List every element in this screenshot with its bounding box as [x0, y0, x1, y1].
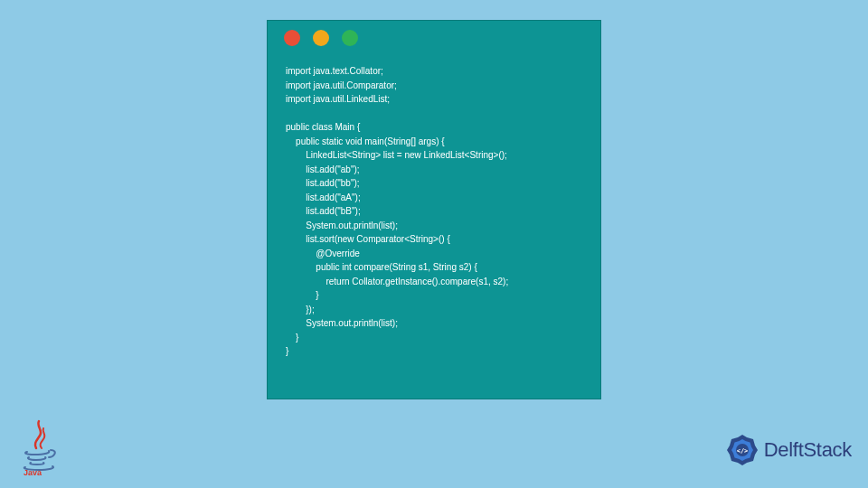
svg-text:</>: </> — [736, 447, 748, 455]
delftstack-icon: </> — [724, 432, 760, 468]
svg-text:Java: Java — [24, 468, 42, 475]
minimize-icon — [313, 30, 329, 46]
window-title-bar — [268, 21, 600, 55]
delftstack-logo: </> DelftStack — [724, 432, 852, 468]
java-logo-icon: Java — [18, 419, 60, 475]
maximize-icon — [342, 30, 358, 46]
code-window: import java.text.Collator; import java.u… — [267, 20, 601, 399]
close-icon — [284, 30, 300, 46]
delftstack-label: DelftStack — [764, 438, 852, 462]
code-content: import java.text.Collator; import java.u… — [268, 55, 600, 373]
